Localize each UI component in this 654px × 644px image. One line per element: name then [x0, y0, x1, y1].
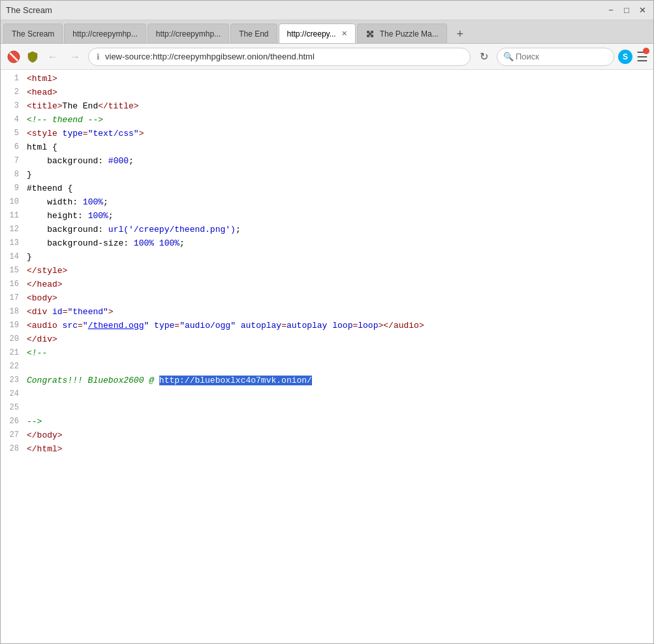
- tab-label: http://creepy...: [287, 29, 336, 39]
- tabbar: The Scream http://creepymhp... http://cr…: [1, 20, 653, 44]
- tab-label: The Puzzle Ma...: [380, 29, 439, 39]
- source-line-24: 24: [1, 388, 653, 402]
- search-icon: 🔍: [503, 52, 514, 61]
- close-button[interactable]: ✕: [636, 5, 648, 16]
- source-line-26: 26 -->: [1, 415, 653, 429]
- new-tab-button[interactable]: +: [451, 25, 469, 43]
- source-line-7: 7 background: #000;: [1, 155, 653, 169]
- noscript-icon[interactable]: [6, 49, 22, 65]
- window-title: The Scream: [6, 5, 52, 15]
- source-line-17: 17 <body>: [1, 292, 653, 306]
- source-line-11: 11 height: 100%;: [1, 210, 653, 223]
- tab-label: The End: [239, 29, 268, 39]
- source-line-6: 6 html {: [1, 141, 653, 155]
- source-line-5: 5 <style type="text/css">: [1, 127, 653, 141]
- skype-icon[interactable]: S: [618, 50, 632, 64]
- source-line-19: 19 <audio src="/theend.ogg" type="audio/…: [1, 319, 653, 333]
- tab-the-scream[interactable]: The Scream: [3, 24, 63, 43]
- info-icon: ℹ: [97, 52, 100, 61]
- url-text: view-source:http://creepymhpgibsewr.onio…: [105, 52, 315, 61]
- source-line-27: 27 </body>: [1, 429, 653, 443]
- source-line-12: 12 background: url('/creepy/theend.png')…: [1, 223, 653, 237]
- source-line-14: 14 }: [1, 251, 653, 265]
- source-line-8: 8 }: [1, 169, 653, 182]
- maximize-button[interactable]: □: [621, 5, 632, 16]
- tab-creepy-1[interactable]: http://creepymhp...: [64, 24, 146, 43]
- puzzle-icon: [366, 29, 375, 39]
- source-line-25: 25: [1, 402, 653, 415]
- source-line-9: 9 #theend {: [1, 182, 653, 196]
- tab-close-icon[interactable]: ✕: [341, 29, 347, 38]
- source-line-20: 20 </div>: [1, 333, 653, 347]
- source-line-1: 1 <html>: [1, 72, 653, 86]
- congrats-link[interactable]: http://blueboxlxc4o7mvk.onion/: [159, 376, 312, 385]
- titlebar: The Scream − □ ✕: [1, 1, 653, 20]
- tab-puzzle-master[interactable]: The Puzzle Ma...: [357, 24, 447, 43]
- source-line-15: 15 </style>: [1, 265, 653, 278]
- menu-container: ☰: [636, 49, 648, 65]
- source-line-16: 16 </head>: [1, 278, 653, 292]
- source-view: 1 <html> 2 <head> 3 <title>The End</titl…: [1, 70, 653, 643]
- favicon-icon: [25, 50, 40, 64]
- refresh-button[interactable]: ↻: [475, 48, 493, 66]
- forward-button[interactable]: →: [66, 48, 84, 66]
- source-line-22: 22: [1, 361, 653, 374]
- source-line-10: 10 width: 100%;: [1, 196, 653, 210]
- source-line-21: 21 <!--: [1, 347, 653, 361]
- source-line-4: 4 <!-- theend -->: [1, 114, 653, 127]
- source-line-2: 2 <head>: [1, 86, 653, 100]
- source-line-3: 3 <title>The End</title>: [1, 100, 653, 114]
- search-container: 🔍: [497, 48, 614, 66]
- source-line-23: 23 Congrats!!! Bluebox2600 @ http://blue…: [1, 374, 653, 388]
- back-button[interactable]: ←: [44, 48, 62, 66]
- url-bar[interactable]: ℹ view-source:http://creepymhpgibsewr.on…: [88, 48, 471, 66]
- tab-the-end[interactable]: The End: [230, 24, 277, 43]
- tab-label: http://creepymhp...: [72, 29, 137, 39]
- search-input[interactable]: [497, 48, 614, 66]
- browser-window: The Scream − □ ✕ The Scream http://creep…: [0, 0, 654, 644]
- window-controls: − □ ✕: [605, 5, 648, 16]
- addressbar: ← → ℹ view-source:http://creepymhpgibsew…: [1, 44, 653, 70]
- tab-creepy-2[interactable]: http://creepymhp...: [148, 24, 229, 43]
- tab-creepy-active[interactable]: http://creepy... ✕: [279, 24, 356, 43]
- source-line-28: 28 </html>: [1, 443, 653, 457]
- minimize-button[interactable]: −: [605, 5, 617, 16]
- source-line-13: 13 background-size: 100% 100%;: [1, 237, 653, 251]
- tab-label: http://creepymhp...: [156, 29, 221, 39]
- source-line-18: 18 <div id="theend">: [1, 306, 653, 319]
- audio-link[interactable]: /theend.ogg: [88, 321, 144, 330]
- tab-label: The Scream: [12, 29, 54, 39]
- menu-badge: [643, 48, 649, 54]
